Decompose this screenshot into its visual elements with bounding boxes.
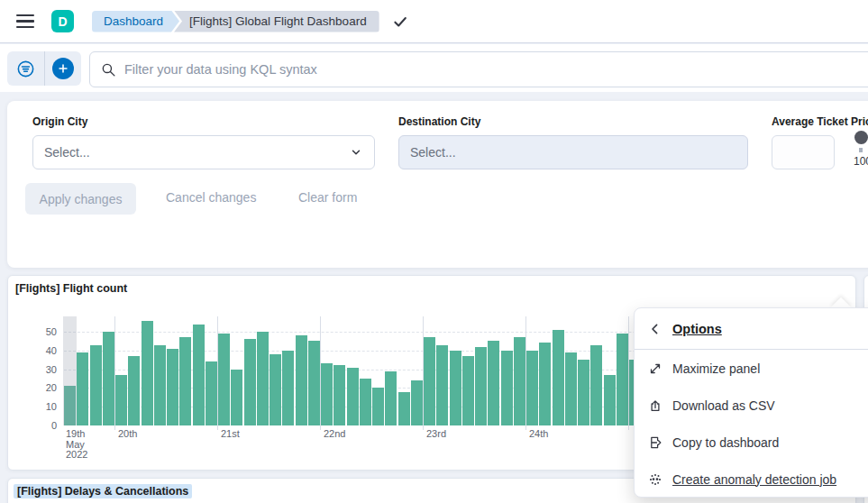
price-range-slider-thumb[interactable] [854, 131, 868, 144]
menu-item-label: Copy to dashboard [672, 435, 779, 450]
flight-count-bar[interactable] [526, 351, 538, 425]
flight-count-bar[interactable] [308, 341, 320, 425]
flight-count-bar[interactable] [578, 360, 589, 425]
flight-count-bar[interactable] [604, 375, 616, 425]
saved-filters-button[interactable] [7, 51, 44, 86]
menu-item-maximize-panel[interactable]: Maximize panel [635, 350, 868, 387]
average-ticket-price-input[interactable] [772, 135, 835, 169]
flight-count-bar[interactable] [218, 334, 230, 425]
flight-count-bar[interactable] [179, 337, 191, 425]
flight-count-bar[interactable] [321, 363, 333, 425]
partial-bucket-highlight [63, 316, 77, 425]
flight-count-bar[interactable] [282, 351, 294, 425]
clear-form-button[interactable]: Clear form [298, 190, 357, 205]
breadcrumb-dashboard[interactable]: Dashboard [92, 11, 179, 32]
y-axis-tick-label: 30 [28, 364, 57, 375]
flight-count-bar[interactable] [372, 388, 384, 425]
top-navigation-bar: D Dashboard [Flights] Global Flight Dash… [0, 0, 868, 43]
flight-count-bar[interactable] [90, 345, 102, 425]
destination-city-select[interactable]: Select... [398, 135, 748, 169]
breadcrumb: Dashboard [Flights] Global Flight Dashbo… [92, 11, 379, 32]
filter-in-circle-icon [16, 59, 35, 78]
flight-count-bar[interactable] [411, 380, 423, 425]
y-axis-tick-label: 0 [28, 420, 57, 431]
flight-count-bar[interactable] [475, 347, 487, 425]
check-icon[interactable] [392, 14, 408, 30]
deployment-badge[interactable]: D [51, 10, 74, 32]
flight-count-bar[interactable] [244, 339, 256, 425]
plus-icon [52, 58, 74, 79]
origin-city-placeholder: Select... [44, 145, 90, 160]
menu-item-label: Create anomaly detection job [672, 472, 836, 487]
delays-cancellations-panel-title[interactable]: [Flights] Delays & Cancellations [14, 484, 192, 498]
chevron-down-icon [349, 145, 363, 160]
average-ticket-price-label: Average Ticket Price [772, 115, 868, 128]
flight-count-bar[interactable] [488, 341, 499, 425]
menu-item-label: Maximize panel [672, 361, 760, 376]
flight-count-bar[interactable] [450, 351, 461, 425]
y-axis-tick-label: 50 [28, 326, 57, 337]
x-axis-tick-label: 23rd [426, 429, 446, 440]
flight-count-bar[interactable] [462, 356, 474, 425]
destination-city-placeholder: Select... [410, 145, 456, 160]
x-axis-tick-label: 24th [529, 429, 548, 440]
flight-count-bar[interactable] [501, 351, 513, 425]
flight-count-bar[interactable] [514, 337, 525, 425]
options-menu-back-header[interactable]: Options [635, 308, 868, 349]
chevron-left-icon [648, 322, 662, 336]
apply-changes-button[interactable]: Apply changes [25, 183, 136, 215]
add-filter-button[interactable] [44, 51, 81, 86]
flight-count-bar[interactable] [347, 368, 359, 425]
flight-count-bar[interactable] [77, 352, 88, 425]
flight-count-bar[interactable] [398, 392, 410, 425]
flight-count-bar[interactable] [128, 356, 140, 425]
price-range-min-value: 100 [854, 155, 868, 168]
menu-hamburger-icon[interactable] [15, 14, 35, 30]
maximize-icon [648, 361, 662, 376]
flight-count-bar[interactable] [270, 354, 281, 425]
menu-item-download-csv[interactable]: Download as CSV [635, 387, 868, 424]
x-axis-tick-label: 20th [118, 429, 137, 440]
menu-item-copy-to-dashboard[interactable]: Copy to dashboard [635, 424, 868, 461]
destination-city-label: Destination City [398, 115, 480, 128]
x-axis-tick-label: 21st [221, 429, 240, 440]
flight-count-bar[interactable] [617, 334, 628, 425]
search-icon [101, 62, 116, 78]
breadcrumb-current-dashboard[interactable]: [Flights] Global Flight Dashboard [174, 11, 379, 32]
flight-count-bar[interactable] [257, 332, 269, 425]
flight-count-bar[interactable] [296, 335, 307, 425]
panel-options-menu: Options Maximize panel Download as CSV C… [634, 307, 868, 498]
flight-count-bar[interactable] [385, 371, 397, 425]
y-axis-tick-label: 20 [28, 382, 57, 393]
menu-item-create-anomaly-detection-job[interactable]: Create anomaly detection job [635, 461, 868, 498]
flight-count-bar[interactable] [167, 349, 178, 425]
flight-count-bar[interactable] [333, 365, 345, 425]
flight-count-bar[interactable] [424, 337, 435, 425]
kql-search-bar [89, 51, 868, 87]
flight-count-bar[interactable] [436, 345, 448, 425]
flight-count-bar[interactable] [553, 330, 564, 425]
flight-count-bar[interactable] [206, 361, 217, 425]
dashboard-controls-card: Origin City Select... Destination City S… [7, 101, 868, 268]
flight-count-bar[interactable] [231, 370, 242, 425]
filter-button-group [7, 51, 81, 86]
flight-count-bar[interactable] [193, 325, 205, 425]
flight-count-bar[interactable] [360, 379, 371, 425]
anomaly-detection-icon [648, 472, 662, 487]
flight-count-bar[interactable] [115, 375, 127, 425]
copy-icon [648, 435, 662, 450]
price-range-slider-tick [859, 148, 863, 152]
query-toolbar [0, 44, 868, 92]
flight-count-bar[interactable] [565, 352, 577, 425]
kql-search-input[interactable] [124, 62, 868, 77]
flight-count-bar[interactable] [539, 343, 551, 425]
download-csv-icon [648, 398, 662, 413]
flight-count-bar[interactable] [142, 321, 153, 425]
origin-city-label: Origin City [32, 115, 87, 128]
flight-count-bar[interactable] [154, 345, 166, 425]
origin-city-select[interactable]: Select... [32, 135, 375, 169]
cancel-changes-button[interactable]: Cancel changes [166, 190, 256, 205]
flight-count-bar[interactable] [590, 345, 602, 425]
flight-count-bar[interactable] [103, 332, 114, 425]
menu-item-label: Download as CSV [672, 398, 775, 413]
